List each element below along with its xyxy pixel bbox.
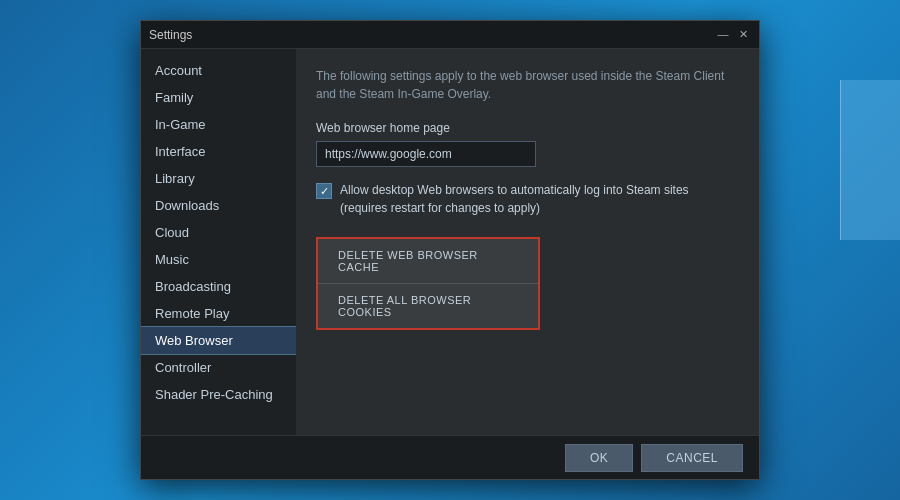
checkmark-icon: ✓ — [320, 186, 329, 197]
homepage-input[interactable] — [316, 141, 536, 167]
title-bar: Settings — ✕ — [141, 21, 759, 49]
desktop-right-panel — [840, 80, 900, 240]
sidebar-item-remote-play[interactable]: Remote Play — [141, 300, 296, 327]
sidebar-item-library[interactable]: Library — [141, 165, 296, 192]
sidebar-item-web-browser[interactable]: Web Browser — [141, 327, 296, 354]
browser-action-buttons: DELETE WEB BROWSER CACHE DELETE ALL BROW… — [316, 237, 540, 330]
sidebar-item-family[interactable]: Family — [141, 84, 296, 111]
sidebar-item-controller[interactable]: Controller — [141, 354, 296, 381]
auto-login-checkbox-label[interactable]: Allow desktop Web browsers to automatica… — [340, 181, 689, 217]
close-button[interactable]: ✕ — [735, 27, 751, 43]
delete-cache-button[interactable]: DELETE WEB BROWSER CACHE — [318, 239, 538, 284]
auto-login-checkbox-wrapper[interactable]: ✓ — [316, 183, 332, 199]
sidebar-item-interface[interactable]: Interface — [141, 138, 296, 165]
settings-window: Settings — ✕ Account Family In-Game Inte… — [140, 20, 760, 480]
main-panel: The following settings apply to the web … — [296, 49, 759, 435]
window-title: Settings — [149, 28, 192, 42]
sidebar-item-in-game[interactable]: In-Game — [141, 111, 296, 138]
auto-login-checkbox[interactable]: ✓ — [316, 183, 332, 199]
sidebar-item-broadcasting[interactable]: Broadcasting — [141, 273, 296, 300]
window-content: Account Family In-Game Interface Library… — [141, 49, 759, 435]
homepage-label: Web browser home page — [316, 121, 739, 135]
checkbox-row: ✓ Allow desktop Web browsers to automati… — [316, 181, 739, 217]
cancel-button[interactable]: CANCEL — [641, 444, 743, 472]
sidebar-item-shader-pre-caching[interactable]: Shader Pre-Caching — [141, 381, 296, 408]
ok-button[interactable]: OK — [565, 444, 633, 472]
sidebar: Account Family In-Game Interface Library… — [141, 49, 296, 435]
title-bar-controls: — ✕ — [715, 27, 751, 43]
description-text: The following settings apply to the web … — [316, 67, 739, 103]
minimize-button[interactable]: — — [715, 27, 731, 43]
delete-cookies-button[interactable]: DELETE ALL BROWSER COOKIES — [318, 284, 538, 328]
sidebar-item-account[interactable]: Account — [141, 57, 296, 84]
sidebar-item-cloud[interactable]: Cloud — [141, 219, 296, 246]
sidebar-item-music[interactable]: Music — [141, 246, 296, 273]
bottom-bar: OK CANCEL — [141, 435, 759, 479]
sidebar-item-downloads[interactable]: Downloads — [141, 192, 296, 219]
